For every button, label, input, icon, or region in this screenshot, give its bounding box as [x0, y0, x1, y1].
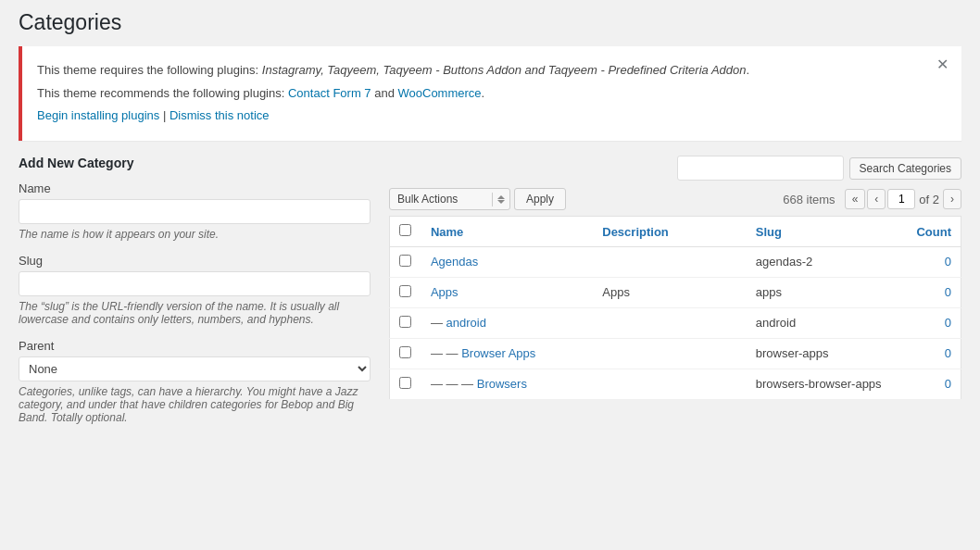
category-count: 0: [899, 278, 961, 308]
first-page-button[interactable]: «: [845, 189, 866, 209]
th-count[interactable]: Count: [899, 217, 961, 247]
count-link[interactable]: 0: [945, 316, 951, 330]
table-row: — — Browser Appsbrowser-apps0: [390, 339, 961, 369]
notice-close-button[interactable]: ✕: [933, 56, 952, 74]
category-count: 0: [899, 308, 961, 339]
search-input[interactable]: [677, 156, 844, 181]
arrow-down-icon: [497, 200, 505, 204]
category-name-link[interactable]: Agendas: [431, 255, 478, 269]
add-category-heading: Add New Category: [19, 156, 371, 170]
th-name[interactable]: Name: [421, 217, 593, 247]
name-field: Name The name is how it appears on your …: [19, 181, 371, 241]
tablenav: Bulk Actions Apply 668 items « ‹ of 2: [389, 188, 961, 210]
next-page-button[interactable]: ›: [943, 189, 961, 209]
parent-label: Parent: [19, 339, 371, 353]
add-category-panel: Add New Category Name The name is how it…: [19, 156, 371, 437]
category-description: [593, 339, 747, 369]
bulk-actions-arrows[interactable]: [492, 193, 509, 206]
begin-installing-link[interactable]: Begin installing plugins: [37, 108, 159, 122]
category-count: 0: [899, 369, 961, 400]
indent-prefix: —: [431, 316, 446, 330]
parent-hint: Categories, unlike tags, can have a hier…: [19, 385, 371, 424]
name-hint: The name is how it appears on your site.: [19, 228, 371, 241]
woocommerce-link[interactable]: WooCommerce: [398, 86, 482, 100]
categories-table-panel: Search Categories Bulk Actions A: [389, 156, 961, 400]
bulk-actions-select-wrapper: Bulk Actions: [389, 188, 510, 210]
th-description[interactable]: Description: [593, 217, 747, 247]
table-row: — androidandroid0: [390, 308, 961, 339]
category-name-link[interactable]: android: [446, 316, 486, 330]
slug-label: Slug: [19, 254, 371, 268]
parent-field: Parent None Categories, unlike tags, can…: [19, 339, 371, 424]
th-checkbox: [390, 217, 421, 247]
table-row: AppsAppsapps0: [390, 278, 961, 308]
count-link[interactable]: 0: [945, 255, 951, 269]
name-sort-link[interactable]: Name: [431, 225, 463, 239]
table-header-row: Name Description Slug Count: [390, 217, 961, 247]
page-number-input[interactable]: [887, 189, 915, 209]
count-sort-link[interactable]: Count: [916, 225, 951, 239]
slug-input[interactable]: [19, 271, 371, 296]
th-slug[interactable]: Slug: [747, 217, 900, 247]
theme-notice: ✕ This theme requires the following plug…: [19, 46, 961, 141]
category-count: 0: [899, 247, 961, 278]
dismiss-notice-link[interactable]: Dismiss this notice: [170, 108, 270, 122]
row-checkbox[interactable]: [399, 285, 411, 297]
apply-button[interactable]: Apply: [514, 188, 566, 210]
category-description: [593, 308, 747, 339]
indent-prefix: — — —: [431, 377, 477, 391]
category-count: 0: [899, 339, 961, 369]
name-label: Name: [19, 181, 371, 195]
category-description: [593, 247, 747, 278]
table-body: Agendasagendas-20AppsAppsapps0— androida…: [390, 247, 961, 400]
category-name-link[interactable]: Apps: [431, 285, 459, 299]
bulk-actions-bar: Bulk Actions Apply: [389, 188, 566, 210]
arrow-up-icon: [497, 195, 505, 199]
items-count: 668 items: [783, 193, 835, 206]
category-slug: apps: [747, 278, 900, 308]
row-checkbox[interactable]: [399, 255, 411, 267]
desc-sort-link[interactable]: Description: [602, 225, 669, 239]
of-pages: of 2: [919, 193, 939, 206]
pagination: 668 items « ‹ of 2 ›: [783, 189, 961, 209]
contact-form-link[interactable]: Contact Form 7: [288, 86, 371, 100]
table-row: Agendasagendas-20: [390, 247, 961, 278]
notice-required-text: This theme requires the following plugin…: [37, 61, 947, 81]
parent-select[interactable]: None: [19, 356, 371, 381]
category-name-link[interactable]: Browsers: [477, 377, 527, 391]
row-checkbox[interactable]: [399, 316, 411, 328]
search-button[interactable]: Search Categories: [849, 157, 961, 180]
category-name-link[interactable]: Browser Apps: [461, 346, 535, 360]
indent-prefix: — —: [431, 346, 461, 360]
slug-hint: The “slug” is the URL-friendly version o…: [19, 300, 371, 326]
slug-sort-link[interactable]: Slug: [756, 225, 782, 239]
name-input[interactable]: [19, 199, 371, 224]
page-title: Categories: [19, 9, 961, 37]
category-slug: agendas-2: [747, 247, 900, 278]
search-box: Search Categories: [677, 156, 961, 181]
count-link[interactable]: 0: [945, 346, 951, 360]
category-description: [593, 369, 747, 400]
row-checkbox[interactable]: [399, 346, 411, 358]
count-link[interactable]: 0: [945, 377, 951, 391]
select-all-checkbox[interactable]: [399, 224, 411, 236]
category-slug: browser-apps: [747, 339, 900, 369]
bulk-actions-select[interactable]: Bulk Actions: [390, 189, 492, 209]
category-slug: browsers-browser-apps: [747, 369, 900, 400]
count-link[interactable]: 0: [945, 285, 951, 299]
notice-recommends-text: This theme recommends the following plug…: [37, 84, 947, 104]
table-row: — — — Browsersbrowsers-browser-apps0: [390, 369, 961, 400]
prev-page-button[interactable]: ‹: [867, 189, 886, 209]
categories-table: Name Description Slug Count: [389, 216, 961, 400]
category-description: Apps: [593, 278, 747, 308]
toolbar-top: Search Categories: [389, 156, 961, 181]
row-checkbox[interactable]: [399, 377, 411, 389]
slug-field: Slug The “slug” is the URL-friendly vers…: [19, 254, 371, 326]
notice-links: Begin installing plugins | Dismiss this …: [37, 106, 947, 126]
category-slug: android: [747, 308, 900, 339]
